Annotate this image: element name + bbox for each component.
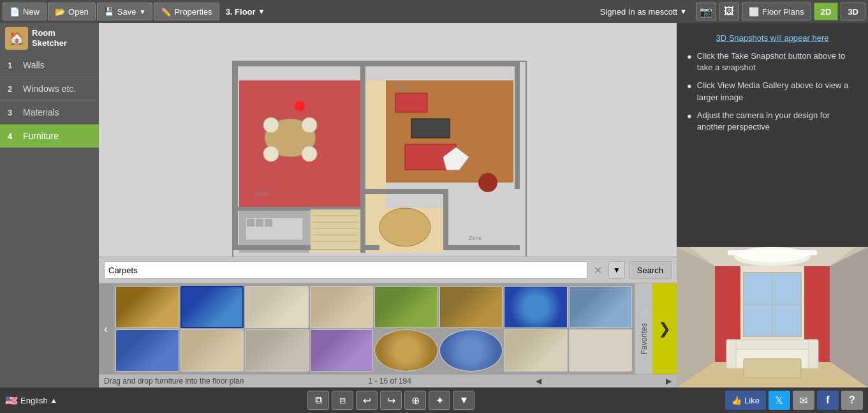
furniture-item[interactable]: [569, 329, 633, 372]
svg-point-21: [295, 101, 305, 111]
furniture-item[interactable]: [439, 329, 503, 372]
floor-plan-svg: Zone Zone: [226, 55, 533, 257]
furniture-item[interactable]: [180, 286, 244, 328]
paste-button[interactable]: ⧈: [332, 391, 353, 410]
mode-3d-label: 3D: [848, 7, 858, 17]
svg-rect-13: [360, 189, 448, 194]
save-button[interactable]: 💾 Save ▼: [97, 3, 153, 20]
properties-label: Properties: [174, 7, 212, 17]
signed-in-dropdown-icon: ▼: [680, 8, 687, 15]
properties-icon: ✏️: [161, 7, 171, 17]
center-toolbar-buttons: ⧉ ⧈ ↩ ↪ ⊕ ✦ ▼: [307, 391, 474, 410]
svg-point-27: [478, 173, 497, 192]
svg-point-19: [263, 146, 279, 161]
thumb-up-icon: 👍: [732, 396, 742, 405]
search-category-dropdown[interactable]: ▼: [608, 261, 625, 279]
camera-button[interactable]: 📷: [696, 3, 716, 20]
language-label: English: [20, 396, 48, 405]
svg-rect-48: [728, 250, 753, 255]
more-tools-button[interactable]: ▼: [453, 391, 474, 410]
save-dropdown-icon: ▼: [139, 8, 145, 15]
signed-in-label: Signed In as mescott: [600, 7, 677, 17]
facebook-button[interactable]: f: [817, 391, 839, 410]
furniture-item[interactable]: [569, 286, 633, 328]
svg-text:Zone: Zone: [469, 235, 482, 241]
floor-plan-view[interactable]: Zone Zone: [99, 23, 677, 257]
new-button[interactable]: 📄 New: [3, 3, 47, 20]
email-button[interactable]: ✉: [793, 391, 814, 410]
furniture-item[interactable]: [504, 329, 568, 372]
furniture-item[interactable]: [374, 329, 438, 372]
floor-plans-icon: ⬜: [749, 7, 759, 17]
svg-rect-32: [265, 219, 272, 227]
help-button[interactable]: ?: [841, 391, 863, 410]
mode-2d-button[interactable]: 2D: [814, 3, 839, 20]
puzzle-button[interactable]: ✦: [429, 391, 450, 410]
scroll-prev-icon[interactable]: ◀: [536, 377, 541, 386]
save-label: Save: [117, 7, 136, 17]
twitter-button[interactable]: 𝕏: [769, 391, 790, 410]
svg-point-39: [379, 208, 430, 246]
svg-rect-24: [411, 119, 450, 138]
email-icon: ✉: [799, 394, 807, 407]
floor-plans-button[interactable]: ⬜ Floor Plans: [742, 3, 811, 20]
svg-rect-7: [233, 61, 238, 246]
scroll-next-icon[interactable]: ▶: [666, 377, 672, 386]
sidebar-item-materials[interactable]: 3 Materials: [0, 101, 99, 124]
furniture-item[interactable]: [180, 329, 244, 372]
open-label: Open: [68, 7, 89, 17]
snapshot-bullet-1: ● Click the Take Snapshot button above t…: [687, 50, 858, 73]
svg-rect-31: [256, 219, 263, 227]
scroll-left-button[interactable]: ‹: [99, 283, 113, 374]
furniture-item[interactable]: [115, 286, 179, 328]
lang-dropdown-icon: ▲: [50, 396, 57, 404]
scroll-right-button[interactable]: ❯: [652, 283, 677, 374]
svg-point-17: [263, 117, 279, 133]
svg-text:Zone: Zone: [395, 85, 409, 91]
furniture-item[interactable]: [439, 286, 503, 328]
search-input[interactable]: [104, 261, 587, 279]
sidebar-item-walls[interactable]: 1 Walls: [0, 54, 99, 77]
svg-rect-9: [515, 61, 520, 189]
svg-rect-8: [233, 61, 520, 66]
item-count-label: 1 - 16 of 194: [369, 377, 411, 386]
like-button[interactable]: 👍 Like: [725, 391, 766, 410]
copy-plan-button[interactable]: ⧉: [307, 391, 329, 410]
open-button[interactable]: 📂 Open: [48, 3, 96, 20]
twitter-icon: 𝕏: [775, 394, 783, 407]
floor-label: 3. Floor: [226, 7, 256, 17]
new-label: New: [23, 7, 40, 17]
sidebar-item-furniture[interactable]: 4 Furniture: [0, 124, 99, 148]
furniture-item[interactable]: [374, 286, 438, 328]
logo-area: 🏠 Room Sketcher: [0, 23, 99, 54]
furniture-item[interactable]: [310, 329, 374, 372]
canvas-area: Zone Zone: [99, 23, 677, 387]
furniture-item[interactable]: [310, 286, 374, 328]
search-button[interactable]: Search: [629, 261, 672, 279]
snapshot-title[interactable]: 3D Snapshots will appear here: [687, 33, 858, 43]
media-gallery-button[interactable]: 🖼: [719, 3, 739, 20]
favorites-sidebar: ☆ Favorites: [635, 283, 652, 374]
floor-selector[interactable]: 3. Floor ▼: [226, 7, 265, 17]
undo-button[interactable]: ↩: [356, 391, 378, 410]
furniture-item[interactable]: [115, 329, 179, 372]
floor-plans-label: Floor Plans: [762, 7, 804, 17]
compass-button[interactable]: ⊕: [404, 391, 426, 410]
language-selector[interactable]: 🇺🇸 English ▲: [5, 394, 57, 407]
properties-button[interactable]: ✏️ Properties: [154, 3, 219, 20]
favorites-label[interactable]: Favorites: [640, 323, 649, 354]
redo-button[interactable]: ↪: [380, 391, 402, 410]
furniture-item[interactable]: [504, 286, 568, 328]
furniture-item[interactable]: [245, 329, 309, 372]
furniture-panel: ✕ ▼ Search ‹: [99, 257, 677, 387]
furniture-item[interactable]: [245, 286, 309, 328]
preview-image: [677, 247, 868, 387]
new-icon: 📄: [10, 7, 20, 17]
mode-3d-button[interactable]: 3D: [841, 3, 865, 20]
svg-rect-33: [311, 209, 360, 250]
search-clear-button[interactable]: ✕: [591, 264, 605, 276]
svg-rect-14: [360, 61, 365, 253]
svg-rect-60: [744, 359, 801, 378]
lang-flag-icon: 🇺🇸: [5, 394, 18, 407]
sidebar-item-windows[interactable]: 2 Windows etc.: [0, 77, 99, 101]
